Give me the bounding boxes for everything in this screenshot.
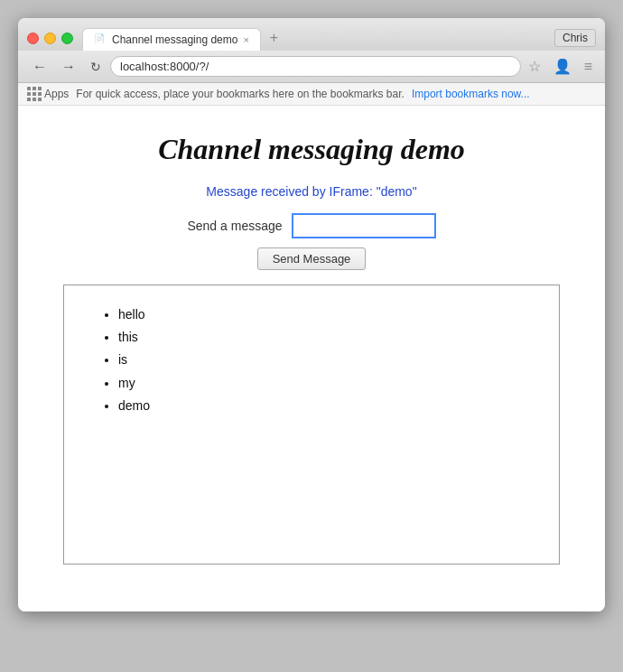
page-content: Channel messaging demo Message received … — [18, 106, 605, 611]
tab-favicon-icon: 📄 — [94, 33, 107, 46]
title-bar: 📄 Channel messaging demo × + Chris — [18, 18, 605, 51]
tab-close-icon[interactable]: × — [243, 34, 248, 45]
send-button-row: Send Message — [36, 247, 587, 270]
browser-window: 📄 Channel messaging demo × + Chris ← → ↻… — [18, 18, 605, 611]
bookmarks-bar: Apps For quick access, place your bookma… — [18, 83, 605, 106]
minimize-button[interactable] — [44, 33, 56, 44]
new-tab-button[interactable]: + — [261, 25, 287, 51]
forward-button[interactable]: → — [56, 57, 81, 77]
bookmark-star-button[interactable]: ☆ — [525, 56, 544, 77]
apps-button[interactable]: Apps — [27, 87, 69, 101]
apps-grid-icon — [27, 87, 42, 101]
message-frame: hellothisismydemo — [63, 285, 560, 565]
traffic-lights — [27, 33, 73, 44]
send-label: Send a message — [187, 219, 282, 233]
user-badge[interactable]: Chris — [554, 29, 596, 47]
send-input[interactable] — [292, 213, 436, 238]
apps-label: Apps — [44, 88, 69, 100]
back-button[interactable]: ← — [27, 57, 52, 77]
address-input[interactable] — [120, 60, 511, 73]
address-bar — [110, 56, 521, 77]
extensions-button[interactable]: 👤 — [548, 56, 577, 77]
list-item: my — [118, 372, 523, 395]
reload-button[interactable]: ↻ — [85, 58, 107, 76]
toolbar: ← → ↻ ☆ 👤 ≡ — [18, 51, 605, 83]
menu-button[interactable]: ≡ — [581, 57, 596, 77]
send-message-button[interactable]: Send Message — [257, 247, 367, 270]
tabs-area: 📄 Channel messaging demo × + — [82, 25, 554, 51]
message-received-text: Message received by IFrame: "demo" — [36, 184, 587, 199]
list-item: this — [118, 326, 523, 349]
close-button[interactable] — [27, 33, 39, 44]
send-form: Send a message — [36, 213, 587, 238]
maximize-button[interactable] — [61, 33, 73, 44]
tab-title: Channel messaging demo — [112, 33, 237, 46]
page-title: Channel messaging demo — [36, 133, 587, 166]
list-item: demo — [118, 395, 523, 417]
import-bookmarks-link[interactable]: Import bookmarks now... — [412, 88, 530, 100]
active-tab[interactable]: 📄 Channel messaging demo × — [82, 28, 261, 51]
bookmarks-info-text: For quick access, place your bookmarks h… — [76, 88, 404, 100]
list-item: is — [118, 349, 523, 371]
message-list: hellothisismydemo — [100, 303, 523, 417]
list-item: hello — [118, 303, 523, 326]
